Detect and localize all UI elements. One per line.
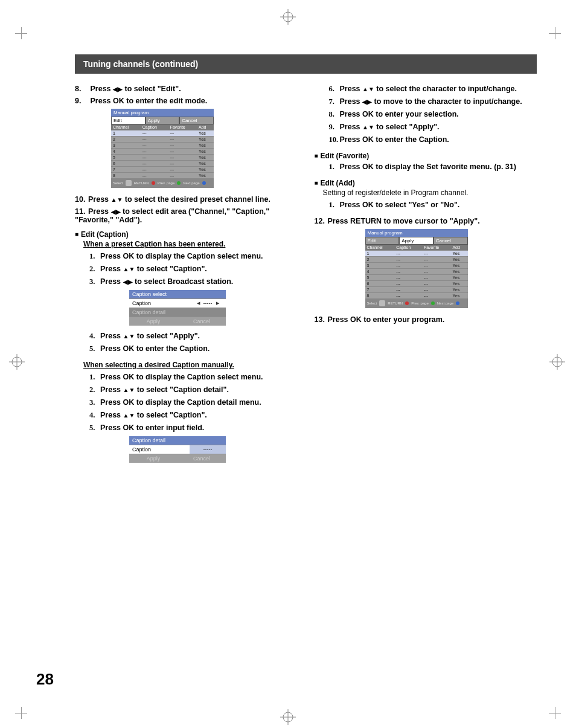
osd-row: 5------Yes (111, 155, 214, 161)
osd-title: Manual program (365, 229, 468, 237)
cell: --- (394, 251, 422, 257)
step-text: Press (100, 265, 123, 273)
content-area: Tuning channels (continued) 8. Press ◀▶ … (75, 54, 537, 469)
crop-mark-icon (15, 707, 27, 719)
triangle-right-icon: ▶ (216, 301, 219, 306)
cell: --- (394, 287, 422, 293)
cell: --- (168, 130, 197, 137)
footer-select: Select (367, 301, 377, 305)
step-text: to select "Apply". (374, 123, 440, 131)
heading-text: Edit (Caption) (81, 230, 129, 239)
manual-step-3: 3.Press OK to display the Caption detail… (89, 398, 298, 407)
step-10: 10.Press ▲▼ to select the desired preset… (75, 195, 298, 204)
cell: --- (422, 287, 451, 293)
menu-row-caption: Caption ----- (129, 445, 226, 454)
menu-row-caption: Caption ◀-----▶ (129, 298, 226, 308)
step-text: to select "Caption". (135, 411, 207, 419)
step-number: 1. (329, 201, 340, 210)
cell: 5 (111, 155, 141, 161)
step-number: 5. (89, 424, 100, 433)
cell: --- (168, 137, 197, 143)
cell: 6 (365, 281, 395, 287)
crop-mark-icon (549, 707, 561, 719)
cell: 6 (111, 161, 141, 167)
step-text: to select the character to input/change. (374, 85, 517, 93)
edit-caption-subheading: When a preset Caption has been entered. (83, 240, 298, 248)
step-number: 4. (89, 332, 100, 341)
step-number: 8. (75, 85, 88, 93)
cell: --- (394, 281, 422, 287)
cell: --- (168, 143, 197, 149)
cell: Yes (197, 155, 214, 161)
step-text: Press (340, 85, 363, 93)
osd-header-row: Channel Caption Favorite Add (365, 245, 468, 251)
cell: --- (141, 137, 168, 143)
cell: Yes (197, 161, 214, 167)
osd-title: Manual program (111, 109, 214, 117)
step-text: Press OK to enter the edit mode. (90, 97, 207, 105)
edit-caption-heading: ■Edit (Caption) (75, 230, 298, 239)
menu-row-caption-detail: Caption detail (129, 308, 226, 317)
osd-row: 7------Yes (365, 287, 468, 293)
registration-mark-icon (280, 9, 296, 25)
crop-mark-icon (15, 27, 27, 39)
caption-step-4: 4.Press ▲▼ to select "Apply". (89, 332, 298, 341)
apply-button: Apply (129, 317, 178, 326)
step-text: Press (90, 85, 113, 93)
right-column: 6.Press ▲▼ to select the character to in… (315, 82, 537, 469)
cell: Yes (197, 137, 214, 143)
cell: --- (141, 167, 168, 173)
footer-prev: Prev. page (158, 181, 175, 185)
cell: Yes (197, 173, 214, 179)
osd-row: 8------Yes (111, 173, 214, 179)
step-number: 1. (89, 373, 100, 382)
cell: --- (394, 257, 422, 263)
green-dot-icon (431, 301, 435, 305)
heading-text: Edit (Favorite) (321, 152, 370, 160)
step-text: Press OK to display the Caption select m… (100, 373, 263, 381)
crop-mark-icon (549, 27, 561, 39)
footer-next: Next page (183, 181, 199, 185)
manual-step-2: 2.Press ▲▼ to select "Caption detail". (89, 385, 298, 395)
osd-header-row: Channel Caption Favorite Add (111, 124, 214, 130)
osd-row: 2------Yes (365, 257, 468, 263)
footer-prev: Prev. page (411, 301, 429, 305)
square-bullet-icon: ■ (75, 231, 78, 237)
osd-tab-cancel: Cancel (434, 237, 468, 245)
cell: 2 (111, 137, 141, 143)
cell: --- (422, 281, 451, 287)
osd-tabs: Edit Apply Cancel (365, 237, 468, 245)
page-number: 28 (36, 670, 54, 689)
caption-step-3: 3.Press ◀▶ to select Broadcast station. (89, 277, 298, 286)
edit-favorite-heading: ■Edit (Favorite) (315, 152, 537, 160)
left-right-arrow-icon: ◀▶ (123, 279, 133, 285)
menu-label: Caption detail (129, 308, 190, 317)
menu-value: ◀-----▶ (190, 299, 226, 308)
osd-row: 6------Yes (111, 161, 214, 167)
step-text: Press (88, 207, 111, 216)
osd-col-add: Add (450, 245, 467, 251)
add-step-1: 1.Press OK to select "Yes" or "No". (329, 201, 537, 210)
step-number: 3. (89, 398, 100, 407)
edit-add-note: Setting of register/delete in Program ch… (323, 188, 537, 197)
triangle-left-icon: ◀ (197, 301, 200, 306)
left-column: 8. Press ◀▶ to select "Edit". 9. Press O… (75, 82, 298, 469)
up-down-arrow-icon: ▲▼ (123, 333, 135, 340)
osd-footer: Select RETURN Prev. page Next page (365, 298, 468, 308)
cell: 3 (111, 143, 141, 149)
osd-col-add: Add (197, 124, 214, 130)
cell: --- (141, 173, 168, 179)
osd-manual-program-2: Manual program Edit Apply Cancel Channel… (365, 229, 468, 308)
step-number: 6. (329, 85, 340, 94)
osd-row: 3------Yes (111, 143, 214, 149)
right-step-7: 7.Press ◀▶ to move to the character to i… (329, 97, 537, 106)
registration-mark-icon (9, 354, 25, 370)
up-down-arrow-icon: ▲▼ (123, 387, 135, 393)
green-dot-icon (177, 181, 181, 185)
manual-step-1: 1.Press OK to display the Caption select… (89, 373, 298, 382)
cell: --- (141, 130, 168, 137)
registration-mark-icon (280, 709, 296, 725)
cancel-button: Cancel (178, 317, 226, 326)
cell: --- (422, 263, 451, 269)
left-right-arrow-icon: ◀▶ (113, 86, 123, 92)
